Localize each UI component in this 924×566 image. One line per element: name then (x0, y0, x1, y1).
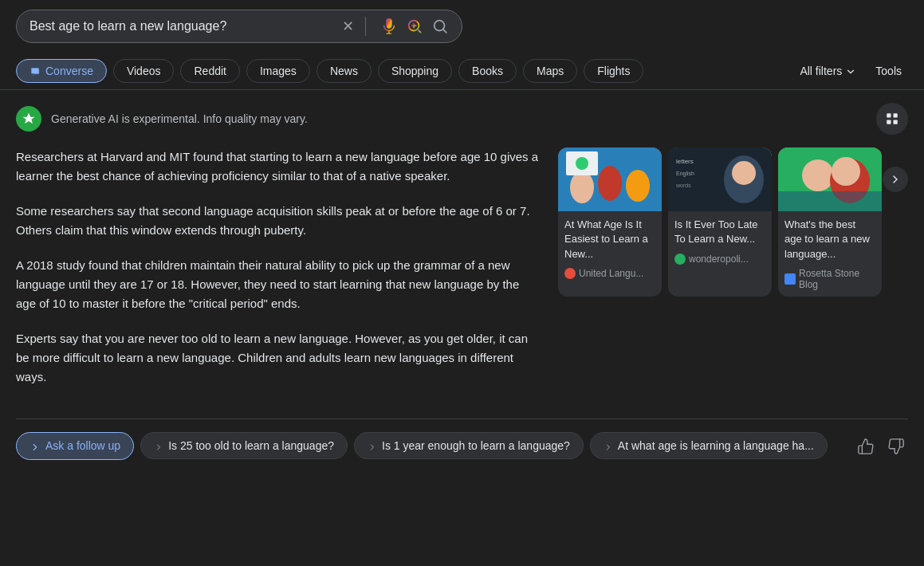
nav-pill-shopping-label: Shopping (391, 65, 438, 77)
svg-text:English: English (676, 171, 694, 177)
suggestion-3-button[interactable]: At what age is learning a language ha... (590, 432, 828, 459)
nav-pills: Converse Videos Reddit Images News Shopp… (16, 53, 643, 89)
all-filters-button[interactable]: All filters (793, 60, 863, 82)
svg-rect-4 (887, 120, 891, 124)
svg-point-7 (570, 171, 594, 203)
suggestion-2-icon (368, 439, 377, 452)
nav-pill-books-label: Books (472, 65, 503, 77)
suggestion-1-icon (154, 439, 163, 452)
ask-followup-label: Ask a follow up (45, 439, 120, 452)
thumbs-down-button[interactable] (884, 434, 908, 459)
svg-rect-3 (894, 114, 898, 118)
nav-pill-videos-label: Videos (127, 65, 161, 77)
nav-area: Converse Videos Reddit Images News Shopp… (0, 53, 924, 90)
card-1[interactable]: At What Age Is It Easiest to Learn a New… (558, 147, 662, 297)
search-box: ✕ (16, 10, 462, 43)
card-1-image (558, 147, 662, 211)
card-2-favicon (674, 254, 686, 265)
cards-container: At What Age Is It Easiest to Learn a New… (558, 147, 908, 297)
card-2-image: letters English words (668, 147, 772, 211)
cards-area: At What Age Is It Easiest to Learn a New… (558, 147, 908, 403)
card-2-source-text: wonderopoli... (689, 254, 749, 265)
suggestion-1-button[interactable]: Is 25 too old to learn a language? (140, 432, 348, 459)
card-1-source-text: United Langu... (579, 268, 643, 279)
ai-banner-text: Generative AI is experimental. Info qual… (51, 112, 308, 125)
card-3[interactable]: What's the best age to learn a new langu… (778, 147, 882, 297)
nav-pill-books[interactable]: Books (458, 59, 517, 83)
card-3-source: Rosetta Stone Blog (778, 265, 882, 297)
card-1-source: United Langu... (558, 265, 662, 285)
nav-pill-reddit[interactable]: Reddit (180, 59, 239, 83)
suggestion-2-label: Is 1 year enough to learn a language? (382, 439, 570, 452)
ai-banner: Generative AI is experimental. Info qual… (16, 103, 908, 135)
paragraph-2: Some researchers say that second languag… (16, 202, 542, 240)
card-3-source-text: Rosetta Stone Blog (799, 268, 875, 290)
followup-icon (29, 439, 41, 452)
nav-pill-flights-label: Flights (597, 65, 630, 77)
card-1-favicon (564, 268, 576, 279)
followup-area: Ask a follow up Is 25 too old to learn a… (16, 419, 908, 472)
nav-pill-reddit-label: Reddit (194, 65, 226, 77)
main-content: Generative AI is experimental. Info qual… (0, 90, 924, 485)
mic-button[interactable] (380, 18, 398, 35)
thumbs-up-button[interactable] (854, 434, 878, 459)
card-2-title: Is It Ever Too Late To Learn a New... (668, 211, 772, 250)
card-3-favicon (784, 273, 796, 285)
svg-text:letters: letters (676, 158, 694, 165)
all-filters-label: All filters (800, 65, 842, 77)
nav-pill-converse-label: Converse (45, 65, 93, 77)
svg-point-8 (598, 166, 622, 201)
content-layout: Researchers at Harvard and MIT found tha… (16, 147, 908, 403)
search-input[interactable] (29, 19, 334, 33)
carousel-next-button[interactable] (883, 167, 908, 192)
divider (365, 17, 366, 36)
lens-button[interactable] (406, 18, 423, 35)
nav-pill-images-label: Images (260, 65, 297, 77)
nav-pill-news[interactable]: News (317, 59, 372, 83)
nav-pill-flights[interactable]: Flights (584, 59, 643, 83)
text-area: Researchers at Harvard and MIT found tha… (16, 147, 542, 403)
svg-rect-5 (894, 120, 898, 124)
svg-point-19 (802, 159, 834, 191)
card-2[interactable]: letters English words Is It Ever Too Lat… (668, 147, 772, 297)
clear-icon[interactable]: ✕ (342, 18, 354, 35)
chevron-down-icon (845, 65, 856, 77)
search-bar-area: ✕ (0, 0, 924, 53)
nav-pill-news-label: News (330, 65, 358, 77)
paragraph-1: Researchers at Harvard and MIT found tha… (16, 147, 542, 186)
svg-point-11 (576, 157, 588, 170)
svg-rect-2 (887, 114, 891, 118)
card-1-title: At What Age Is It Easiest to Learn a New… (558, 211, 662, 265)
svg-point-17 (732, 161, 756, 185)
nav-pill-maps-label: Maps (537, 65, 564, 77)
nav-pill-maps[interactable]: Maps (523, 59, 577, 83)
tools-label: Tools (875, 65, 902, 77)
card-3-title: What's the best age to learn a new langu… (778, 211, 882, 265)
ask-followup-button[interactable]: Ask a follow up (16, 432, 134, 459)
nav-pill-shopping[interactable]: Shopping (378, 59, 452, 83)
grid-view-button[interactable] (876, 103, 908, 135)
feedback-icons (854, 434, 908, 459)
paragraph-3: A 2018 study found that children maintai… (16, 256, 542, 313)
nav-pill-images[interactable]: Images (246, 59, 310, 83)
tools-button[interactable]: Tools (869, 60, 908, 82)
converse-icon (29, 65, 41, 77)
nav-pill-converse[interactable]: Converse (16, 59, 107, 83)
card-3-image (778, 147, 882, 211)
ai-gem-icon (16, 106, 41, 132)
ai-banner-left: Generative AI is experimental. Info qual… (16, 106, 308, 132)
svg-rect-22 (778, 191, 882, 211)
suggestion-1-label: Is 25 too old to learn a language? (168, 439, 334, 452)
nav-pill-videos[interactable]: Videos (113, 59, 175, 83)
suggestion-3-icon (604, 439, 613, 452)
svg-point-9 (626, 170, 650, 202)
svg-point-21 (832, 157, 860, 186)
search-submit-button[interactable] (431, 18, 449, 35)
svg-text:words: words (675, 183, 691, 188)
paragraph-4: Experts say that you are never too old t… (16, 329, 542, 387)
suggestion-3-label: At what age is learning a language ha... (618, 439, 814, 452)
suggestion-2-button[interactable]: Is 1 year enough to learn a language? (354, 432, 584, 459)
card-2-source: wonderopoli... (668, 250, 772, 271)
nav-right: All filters Tools (793, 60, 908, 82)
